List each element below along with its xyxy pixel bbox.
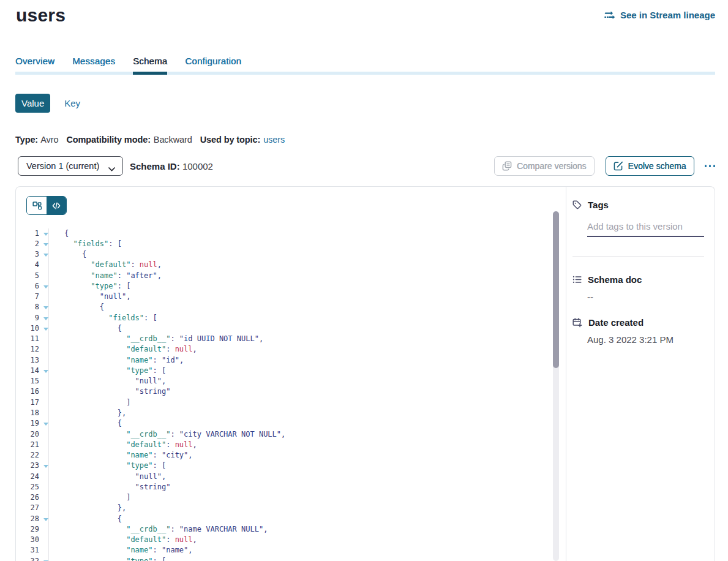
schema-actions: Compare versions Evolve schema — [494, 156, 715, 176]
tab-schema[interactable]: Schema — [133, 56, 167, 75]
tags-title: Tags — [588, 200, 609, 210]
page-title: users — [16, 5, 66, 26]
gutter-line-16: 16 — [16, 386, 48, 397]
code-line-17: ] — [64, 397, 285, 408]
list-icon — [572, 275, 582, 284]
schema-type-value: Avro — [40, 135, 58, 145]
gutter-line-4: 4 — [16, 260, 48, 270]
compare-versions-icon — [502, 161, 512, 171]
stream-lineage-link[interactable]: See in Stream lineage — [604, 10, 715, 20]
calendar-plus-icon — [572, 318, 582, 328]
editor-scrollbar-thumb[interactable] — [553, 211, 559, 368]
gutter-line-9[interactable]: 9 — [16, 313, 48, 323]
gutter-line-3[interactable]: 3 — [16, 249, 48, 260]
fold-arrow-icon[interactable] — [43, 518, 48, 521]
gutter-line-23[interactable]: 23 — [16, 461, 48, 471]
gutter-line-31: 31 — [16, 545, 48, 555]
gutter-line-32[interactable]: 32 — [16, 556, 48, 561]
gutter-line-17: 17 — [16, 397, 48, 408]
compare-versions-button[interactable]: Compare versions — [494, 156, 595, 176]
schema-type-label: Type: — [15, 135, 38, 145]
gutter-line-2[interactable]: 2 — [16, 239, 48, 249]
chevron-down-icon — [108, 164, 115, 173]
version-bar: Version 1 (current) Schema ID: 100002 Co… — [15, 156, 715, 176]
fold-arrow-icon[interactable] — [43, 254, 48, 257]
editor-gutter[interactable]: 1234567891011121314151617181920212223242… — [16, 228, 49, 561]
schema-id-value: 100002 — [182, 161, 213, 171]
code-line-1: { — [64, 228, 285, 239]
date-created-value: Aug. 3 2022 3:21 PM — [587, 334, 704, 345]
value-toggle-button[interactable]: Value — [15, 94, 50, 113]
gutter-line-10[interactable]: 10 — [16, 323, 48, 334]
stream-lineage-icon — [604, 10, 616, 20]
code-line-3: { — [64, 249, 285, 260]
schema-doc-value: -- — [587, 292, 704, 302]
code-line-18: }, — [64, 408, 285, 418]
schema-panel: 1234567891011121314151617181920212223242… — [15, 186, 715, 561]
fold-arrow-icon[interactable] — [43, 465, 48, 468]
editor-scrollbar[interactable] — [553, 211, 559, 561]
fold-arrow-icon[interactable] — [43, 285, 48, 288]
compare-versions-label: Compare versions — [517, 161, 587, 171]
code-line-27: }, — [64, 503, 285, 513]
compatibility-mode-label: Compatibility mode: — [66, 135, 150, 145]
tag-icon — [572, 200, 582, 209]
gutter-line-18: 18 — [16, 408, 48, 418]
date-created-title: Date created — [588, 317, 644, 328]
code-line-15: "null", — [64, 376, 285, 386]
fold-arrow-icon[interactable] — [43, 243, 48, 246]
gutter-line-11: 11 — [16, 334, 48, 344]
tags-section-header: Tags — [572, 200, 704, 210]
ellipsis-icon — [705, 165, 707, 167]
sidebar-divider — [572, 256, 704, 257]
gutter-line-8[interactable]: 8 — [16, 302, 48, 312]
gutter-line-19[interactable]: 19 — [16, 418, 48, 429]
used-by-topic-link[interactable]: users — [263, 135, 285, 145]
gutter-line-28[interactable]: 28 — [16, 514, 48, 524]
version-select[interactable]: Version 1 (current) — [18, 156, 123, 176]
gutter-line-6[interactable]: 6 — [16, 281, 48, 292]
fold-arrow-icon[interactable] — [43, 317, 48, 320]
fold-arrow-icon[interactable] — [43, 370, 48, 373]
code-line-20: "__crdb__": "city VARCHAR NOT NULL", — [64, 429, 285, 440]
gutter-line-14[interactable]: 14 — [16, 366, 48, 376]
code-line-29: "__crdb__": "name VARCHAR NULL", — [64, 524, 285, 535]
code-view-button[interactable] — [47, 197, 66, 214]
schema-editor: 1234567891011121314151617181920212223242… — [16, 228, 566, 561]
gutter-line-13: 13 — [16, 355, 48, 366]
schema-type: Type: Avro — [15, 135, 58, 145]
code-line-5: "name": "after", — [64, 271, 285, 281]
evolve-schema-icon — [614, 161, 623, 171]
gutter-line-15: 15 — [16, 376, 48, 386]
fold-arrow-icon[interactable] — [43, 423, 48, 426]
schema-meta: Type: Avro Compatibility mode: Backward … — [15, 135, 715, 145]
key-toggle-link[interactable]: Key — [64, 98, 80, 108]
view-mode-toggle — [26, 196, 67, 215]
tags-input[interactable] — [587, 221, 704, 237]
page: users See in Stream lineage OverviewMess… — [15, 0, 715, 561]
more-actions-button[interactable] — [705, 161, 716, 171]
code-line-12: "default": null, — [64, 344, 285, 355]
code-line-32: "type": [ — [64, 556, 285, 561]
evolve-schema-button[interactable]: Evolve schema — [606, 156, 694, 176]
editor-code[interactable]: { "fields": [ { "default": null, "name":… — [49, 228, 285, 561]
date-created-section-header: Date created — [572, 317, 704, 328]
gutter-line-1[interactable]: 1 — [16, 228, 48, 239]
code-line-7: "null", — [64, 292, 285, 302]
gutter-line-29: 29 — [16, 524, 48, 535]
code-line-21: "default": null, — [64, 440, 285, 450]
gutter-line-20: 20 — [16, 429, 48, 440]
code-line-11: "__crdb__": "id UUID NOT NULL", — [64, 334, 285, 344]
code-line-14: "type": [ — [64, 366, 285, 376]
code-line-23: "type": [ — [64, 461, 285, 471]
fold-arrow-icon[interactable] — [43, 328, 48, 331]
gutter-line-7: 7 — [16, 292, 48, 302]
fold-arrow-icon[interactable] — [43, 233, 48, 236]
fold-arrow-icon[interactable] — [43, 306, 48, 309]
code-view-icon — [52, 202, 61, 209]
code-line-31: "name": "name", — [64, 545, 285, 555]
tree-view-button[interactable] — [27, 197, 47, 214]
used-by-topic: Used by topic: users — [200, 135, 285, 145]
code-line-16: "string" — [64, 386, 285, 397]
code-line-6: "type": [ — [64, 281, 285, 292]
